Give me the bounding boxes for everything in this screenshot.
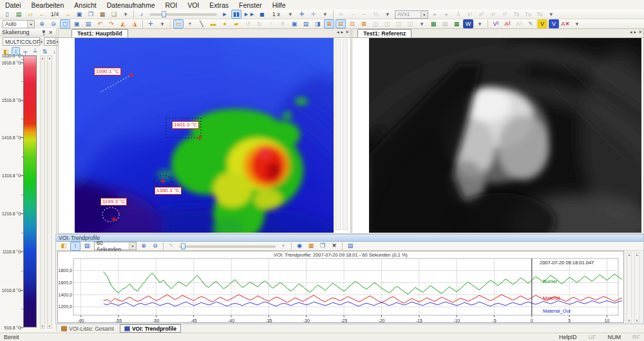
- flip-vertical-icon[interactable]: ◮: [129, 19, 140, 28]
- temperature-label[interactable]: 1090.1 °C: [94, 68, 121, 75]
- tab-hauptbild[interactable]: Test1: Hauptbild: [71, 29, 128, 37]
- overflow-icon[interactable]: ▾: [417, 19, 427, 28]
- add-rect-icon[interactable]: ▬: [208, 19, 218, 28]
- cam-prev-icon[interactable]: ▸: [430, 10, 440, 19]
- cam-next-icon[interactable]: ▸: [442, 10, 452, 19]
- roi-new-icon[interactable]: ▭: [173, 19, 184, 28]
- copy-icon[interactable]: ❐: [86, 10, 96, 19]
- stop-icon[interactable]: ◼: [257, 10, 267, 19]
- show-curves-eye-icon[interactable]: ◉: [294, 242, 305, 251]
- voi-delete-icon[interactable]: A✕: [560, 19, 571, 28]
- next-av-icon[interactable]: −: [359, 10, 370, 19]
- rotate-left-icon[interactable]: ↶: [95, 19, 105, 28]
- lambda-icon[interactable]: λ: [453, 10, 464, 19]
- save-icon[interactable]: ▣: [74, 10, 84, 19]
- menu-hilfe[interactable]: Hilfe: [267, 0, 291, 10]
- calc-v2-icon[interactable]: V²: [491, 19, 501, 28]
- menu-voi[interactable]: VOI: [182, 0, 204, 10]
- full-image-icon[interactable]: ▤: [83, 19, 93, 28]
- delete-curves-icon[interactable]: ✕: [329, 242, 339, 251]
- zoom-time-out-icon[interactable]: ⊖: [150, 242, 160, 251]
- overflow-icon[interactable]: ▾: [120, 10, 131, 19]
- link-icon[interactable]: ∞: [336, 10, 346, 19]
- temp-o-icon[interactable]: To: [535, 10, 545, 19]
- roi-undo-icon[interactable]: ↺: [243, 19, 253, 28]
- zoom-time-in-icon[interactable]: ⊕: [138, 242, 149, 251]
- add-polygon-icon[interactable]: ▰: [231, 19, 242, 28]
- menu-datei[interactable]: Datei: [0, 0, 26, 10]
- overflow-icon[interactable]: ▾: [320, 10, 330, 19]
- roi-lock-icon[interactable]: ▣: [289, 19, 299, 28]
- tau1-icon[interactable]: τ¹: [488, 10, 498, 19]
- voi-yellow-icon[interactable]: V: [537, 19, 547, 28]
- add-ellipse-icon[interactable]: ●: [220, 19, 230, 28]
- scale-mode-icon[interactable]: ▤: [82, 242, 92, 251]
- overflow-icon[interactable]: ▾: [383, 10, 393, 19]
- trend-scrollbar-b[interactable]: ▲ ▼: [634, 252, 639, 323]
- gallery-icon[interactable]: ❏: [109, 10, 119, 19]
- new-document-icon[interactable]: ▯: [2, 10, 12, 19]
- roi-snap-icon[interactable]: ⊠: [359, 19, 369, 28]
- menu-roi[interactable]: ROI: [160, 0, 182, 10]
- roi-bind-icon[interactable]: ◨: [312, 19, 323, 28]
- menu-datenaufnahme[interactable]: Datenaufnahme: [102, 0, 160, 10]
- avs-combo[interactable]: AVs1▾: [395, 10, 428, 19]
- copy-chart-icon[interactable]: ❐: [317, 242, 328, 251]
- voi-export-icon[interactable]: W: [463, 19, 473, 28]
- cursor-tool-icon[interactable]: ✛: [146, 19, 156, 28]
- scale-slider-max[interactable]: ▲▼: [47, 55, 52, 329]
- flip-horizontal-icon[interactable]: ◭: [118, 19, 128, 28]
- fit-window-icon[interactable]: ▢: [60, 19, 70, 28]
- close-icon[interactable]: ✕: [345, 30, 349, 35]
- voi-chart-icon[interactable]: ▦: [451, 19, 462, 28]
- tau2-icon[interactable]: τ²: [500, 10, 510, 19]
- frame-counter[interactable]: 1/4: [48, 10, 61, 19]
- rotate-right-icon[interactable]: ↷: [106, 19, 117, 28]
- main-scrollbar-a[interactable]: [336, 39, 341, 230]
- bottom-tab-voi-liste-gesamt[interactable]: VOI-Liste: Gesamt: [57, 324, 118, 333]
- reference-image[interactable]: [369, 38, 641, 233]
- add-line-icon[interactable]: ╲: [196, 19, 207, 28]
- prev-av-icon[interactable]: −: [348, 10, 358, 19]
- pen-icon[interactable]: ✎: [166, 242, 176, 251]
- play-icon[interactable]: ►: [220, 10, 230, 19]
- roi-up-icon[interactable]: ↑: [266, 19, 276, 28]
- marker-a-icon[interactable]: ✛: [297, 10, 307, 19]
- add-point-icon[interactable]: +: [185, 19, 195, 28]
- trend-scrollbar-a[interactable]: ▲ ▼: [627, 252, 632, 323]
- scale-slider-min[interactable]: ▲▼: [40, 55, 45, 329]
- roi-ref-icon[interactable]: ⊡: [347, 19, 357, 28]
- fit-vertical-icon[interactable]: ↕: [70, 242, 80, 251]
- data-table-icon[interactable]: ▦: [306, 242, 316, 251]
- roi-group3-icon[interactable]: ◫: [393, 19, 404, 28]
- print-report-icon[interactable]: ▤: [345, 242, 355, 251]
- bottom-tab-voi-trendprofile[interactable]: VOI: Trendprofile: [120, 324, 181, 333]
- next-tab-icon[interactable]: ▸: [634, 30, 637, 35]
- voi-hide-icon[interactable]: ▨: [440, 19, 450, 28]
- roi-redo-icon[interactable]: ↻: [254, 19, 265, 28]
- snapshot-icon[interactable]: ▦: [97, 10, 108, 19]
- pause-icon[interactable]: ▮▮: [231, 10, 242, 19]
- curve-settings-icon[interactable]: ◧: [59, 242, 69, 251]
- speed-dropdown-icon[interactable]: ▾: [285, 10, 296, 19]
- marker-b-icon[interactable]: ✛: [308, 10, 319, 19]
- fast-forward-icon[interactable]: ►►: [243, 10, 256, 19]
- calc-a1-icon[interactable]: A¹: [514, 19, 524, 28]
- audio-icon[interactable]: ♪: [137, 10, 147, 19]
- actual-size-icon[interactable]: ▣: [71, 19, 82, 28]
- menu-extras[interactable]: Extras: [204, 0, 234, 10]
- half-icon[interactable]: ½: [371, 10, 381, 19]
- temperature-label[interactable]: 1350.3 °C: [155, 187, 182, 195]
- roi-delete-icon[interactable]: ✕: [278, 19, 288, 28]
- overflow-icon[interactable]: ▾: [475, 19, 485, 28]
- epsilon1-icon[interactable]: ε¹: [465, 10, 475, 19]
- temp-s-icon[interactable]: Ts: [511, 10, 522, 19]
- roi-group4-icon[interactable]: ◫: [405, 19, 415, 28]
- overflow-icon[interactable]: ▾: [546, 10, 556, 19]
- thermal-image[interactable]: 1090.1 °C1601.3 °C1350.3 °C1199.3 °C: [75, 38, 334, 233]
- prev-tab-icon[interactable]: ◂: [337, 30, 339, 35]
- roi-group1-icon[interactable]: ◫: [370, 19, 381, 28]
- speed-value[interactable]: 1 x: [269, 10, 284, 19]
- zoom-out-icon[interactable]: ⊖: [48, 19, 59, 28]
- roi-out-icon[interactable]: ⊟: [336, 19, 346, 28]
